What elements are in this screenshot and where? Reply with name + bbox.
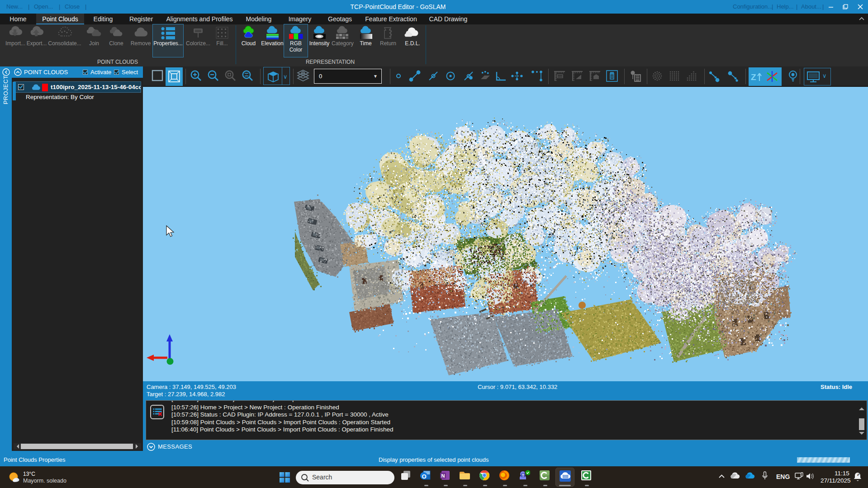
svg-text:N: N <box>441 473 445 479</box>
svg-text:O: O <box>422 473 427 480</box>
svg-text:T: T <box>522 473 525 478</box>
svg-text:Z: Z <box>751 72 756 82</box>
